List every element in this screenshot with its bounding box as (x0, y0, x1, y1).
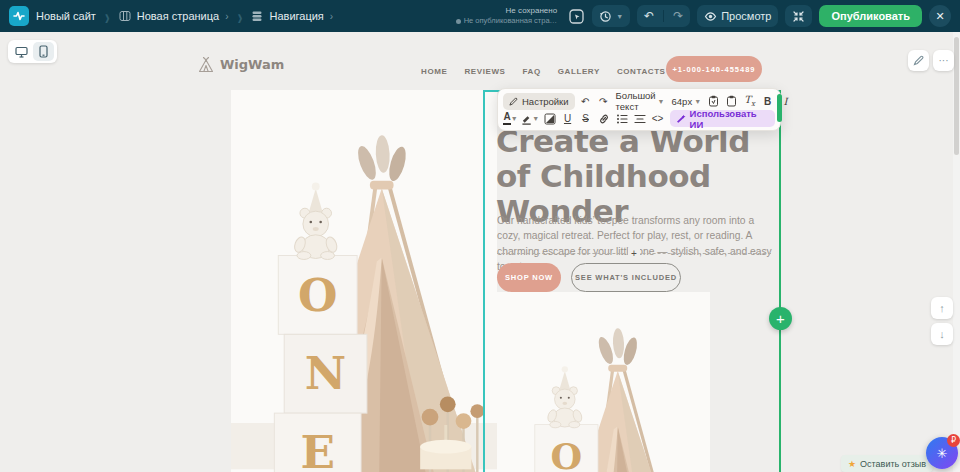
see-whats-included-label: SEE WHAT'S INCLUDED (575, 273, 677, 282)
block-menu-button[interactable]: ··· (933, 50, 954, 71)
nav-item-reviews[interactable]: REVIEWS (464, 67, 505, 76)
redo-button[interactable]: ↷ (673, 10, 683, 22)
text-style-value: Большой текст (616, 90, 656, 112)
redo-button[interactable]: ↷ (596, 93, 611, 109)
shop-now-label: SHOP NOW (505, 273, 553, 282)
list-icon (616, 113, 628, 125)
nav-item-faq[interactable]: FAQ (523, 67, 541, 76)
status-dot (456, 19, 461, 24)
ellipsis-icon: ··· (939, 55, 949, 66)
page-dropdown-chevron-icon[interactable]: › (225, 11, 228, 22)
italic-icon: I (784, 96, 788, 107)
publish-status-text: Не опубликованная стра… (464, 16, 558, 25)
nav-item-gallery[interactable]: GALLERY (558, 67, 600, 76)
desktop-icon (15, 46, 28, 58)
add-column-button[interactable]: + (769, 307, 792, 330)
code-button[interactable]: <> (650, 111, 665, 127)
phone-label: +1-000-140-455489 (672, 65, 755, 74)
site-name: Новый сайт (36, 10, 96, 22)
nav-item-home[interactable]: HOME (421, 67, 447, 76)
toolbar-drag-handle[interactable] (777, 94, 782, 122)
text-format-toolbar: Настройки ↶ ↷ Большой текст ▼ 64px ▼ (497, 88, 781, 131)
phone-button[interactable]: +1-000-140-455489 (666, 56, 762, 82)
ai-pen-icon (676, 114, 686, 124)
breadcrumb-navigation[interactable]: Навигация › (251, 10, 333, 22)
column-guide-line (779, 90, 781, 472)
breadcrumb-separator: › (103, 3, 112, 29)
pulse-icon (12, 9, 26, 23)
highlighter-icon (521, 113, 532, 125)
builder-logo[interactable] (9, 6, 29, 26)
device-toggle (8, 40, 57, 63)
divider (663, 10, 664, 22)
hide-interface-button[interactable] (785, 5, 812, 27)
page-name: Новая страница (137, 10, 219, 22)
add-element-divider: + (497, 253, 771, 254)
leave-feedback-label: Оставить отзыв (860, 459, 926, 469)
preview-button[interactable]: Просмотр (697, 5, 778, 27)
chevron-down-icon: ▼ (694, 98, 701, 105)
highlight-color-button[interactable]: ▼ (521, 111, 539, 127)
chat-badge-text: ₽ (951, 436, 956, 445)
navigation-dropdown-chevron-icon[interactable]: › (330, 11, 333, 22)
close-editor-button[interactable]: ✕ (929, 5, 951, 27)
nav-item-contacts[interactable]: CONTACTS (617, 67, 666, 76)
leave-feedback-button[interactable]: ★ Оставить отзыв (841, 455, 933, 472)
teepee-scene-image (497, 292, 710, 472)
pencil-icon (913, 55, 924, 66)
templates-button[interactable] (568, 8, 585, 25)
toolbar-row-2: A ▼ ▼ U S (503, 110, 775, 127)
mobile-view-button[interactable] (33, 42, 54, 61)
align-button[interactable] (632, 111, 647, 127)
scrollbar-thumb[interactable] (954, 37, 959, 155)
desktop-view-button[interactable] (11, 42, 32, 61)
undo-button[interactable]: ↶ (578, 93, 593, 109)
history-button[interactable]: ▼ (592, 5, 630, 27)
undo-button[interactable]: ↶ (644, 10, 654, 22)
strikethrough-button[interactable]: S (578, 111, 593, 127)
settings-button[interactable]: Настройки (503, 93, 575, 110)
teepee-logo-icon (197, 56, 215, 73)
editor-topbar: Новый сайт › Новая страница › › Навигаци… (0, 0, 960, 32)
layers-icon (251, 10, 263, 22)
site-nav: HOME REVIEWS FAQ GALLERY CONTACTS (421, 67, 666, 76)
close-icon: ✕ (935, 10, 944, 23)
plus-icon: + (776, 310, 785, 327)
use-ai-button[interactable]: Использовать ИИ (670, 110, 775, 127)
move-block-up-button[interactable]: ↑ (931, 297, 953, 319)
move-block-down-button[interactable]: ↓ (931, 323, 953, 345)
see-whats-included-button[interactable]: SEE WHAT'S INCLUDED (571, 263, 681, 292)
text-style-select[interactable]: Большой текст ▼ (614, 90, 667, 112)
copy-style-icon (708, 95, 719, 107)
chevron-down-icon: ▼ (511, 115, 518, 122)
publish-button[interactable]: Опубликовать (819, 5, 922, 27)
publish-label: Опубликовать (831, 10, 910, 22)
fill-square-icon (544, 113, 556, 125)
breadcrumb-site[interactable]: Новый сайт (36, 10, 96, 22)
chat-sparkle-icon: ✳ (937, 446, 948, 461)
link-button[interactable] (596, 111, 611, 127)
hero-photo-left[interactable] (231, 90, 497, 472)
add-element-button[interactable]: + (628, 248, 640, 259)
underline-button[interactable]: U (560, 111, 575, 127)
mobile-icon (39, 45, 48, 58)
clear-format-icon: Tx (744, 94, 755, 108)
text-color-icon: A (503, 112, 510, 125)
hero-photo-right[interactable] (497, 292, 710, 472)
edit-block-button[interactable] (908, 50, 929, 71)
collapse-arrows-icon (792, 10, 805, 23)
ordered-list-button[interactable] (614, 111, 629, 127)
font-size-select[interactable]: 64px ▼ (670, 96, 704, 107)
text-color-button[interactable]: A ▼ (503, 111, 518, 127)
paste-style-icon (726, 95, 737, 107)
use-ai-label: Использовать ИИ (690, 108, 769, 130)
breadcrumb-page[interactable]: Новая страница › (119, 10, 229, 22)
background-color-button[interactable] (542, 111, 557, 127)
navigation-name: Навигация (269, 10, 323, 22)
chat-notification-badge: ₽ (947, 434, 960, 447)
history-clock-icon (599, 10, 612, 23)
shop-now-button[interactable]: SHOP NOW (497, 263, 561, 292)
site-editor-app: O N E Новый сайт (0, 0, 960, 472)
site-logo[interactable]: WigWam (197, 56, 284, 73)
arrow-up-icon: ↑ (939, 302, 945, 314)
